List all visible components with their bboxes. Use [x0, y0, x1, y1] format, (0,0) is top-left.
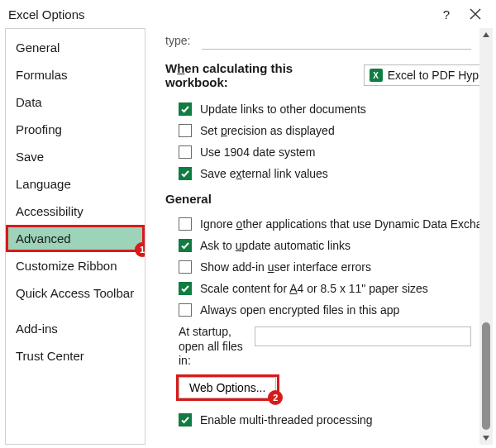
- sidebar-item-add-ins[interactable]: Add-ins: [6, 315, 145, 342]
- checkbox-ignore-other-applications-that-use-dynam[interactable]: [179, 217, 192, 231]
- checkbox-label: Enable multi-threaded processing: [200, 413, 373, 427]
- checkbox-label: Update links to other documents: [200, 102, 366, 116]
- checkbox-label: Ask to update automatic links: [200, 239, 351, 252]
- sidebar-item-trust-center[interactable]: Trust Center: [6, 342, 145, 369]
- checkbox-ask-to-update-automatic-links[interactable]: [179, 239, 192, 252]
- sidebar-item-quick-access-toolbar[interactable]: Quick Access Toolbar: [6, 279, 145, 307]
- svg-marker-2: [483, 32, 489, 37]
- help-button[interactable]: ?: [432, 7, 461, 21]
- checkbox-label: Save external link values: [200, 167, 328, 180]
- workbook-selector[interactable]: X Excel to PDF Hype: [364, 64, 488, 86]
- sidebar-item-data[interactable]: Data: [6, 88, 145, 116]
- calc-workbook-heading: When calculating this workbook:: [165, 61, 354, 89]
- sidebar-item-language[interactable]: Language: [6, 170, 145, 198]
- checkbox-always-open-encrypted-files-in-this-app[interactable]: [179, 303, 192, 317]
- checkbox-show-add-in-user-interface-errors[interactable]: [179, 260, 192, 274]
- type-label: type:: [165, 34, 190, 47]
- checkbox-label: Show add-in user interface errors: [200, 260, 371, 274]
- checkbox-label: Always open encrypted files in this app: [200, 303, 399, 317]
- checkbox-use-1904-date-system[interactable]: [179, 145, 192, 159]
- sidebar-item-advanced[interactable]: Advanced1: [6, 225, 145, 252]
- checkbox-label: Ignore other applications that use Dynam…: [200, 217, 483, 231]
- checkbox-enable-multithreaded[interactable]: [179, 413, 192, 427]
- web-options-button[interactable]: Web Options...: [179, 377, 276, 398]
- content-pane: type: When calculating this workbook: X …: [145, 28, 493, 445]
- checkbox-update-links-to-other-documents[interactable]: [179, 102, 192, 116]
- sidebar-item-save[interactable]: Save: [6, 143, 145, 170]
- svg-marker-3: [483, 436, 489, 441]
- checkbox-label: Set precision as displayed: [200, 124, 335, 137]
- sidebar-item-customize-ribbon[interactable]: Customize Ribbon: [6, 252, 145, 279]
- title-bar: Excel Options ?: [0, 0, 496, 28]
- sidebar-item-general[interactable]: General: [6, 34, 145, 61]
- scroll-down-arrow[interactable]: [479, 431, 493, 445]
- sidebar-nav: GeneralFormulasDataProofingSaveLanguageA…: [5, 28, 145, 445]
- sidebar-item-accessibility[interactable]: Accessibility: [6, 198, 145, 225]
- scroll-up-arrow[interactable]: [479, 28, 493, 41]
- checkbox-label: Use 1904 date system: [200, 145, 315, 159]
- checkbox-save-external-link-values[interactable]: [179, 167, 192, 180]
- type-field[interactable]: [202, 31, 471, 50]
- checkbox-set-precision-as-displayed[interactable]: [179, 124, 192, 137]
- window-title: Excel Options: [8, 7, 85, 21]
- close-icon: [470, 8, 481, 20]
- excel-file-icon: X: [370, 69, 383, 82]
- callout-badge-2: 2: [268, 390, 283, 405]
- checkbox-label: Scale content for A4 or 8.5 x 11" paper …: [200, 282, 428, 295]
- startup-files-input[interactable]: [255, 326, 471, 346]
- scroll-thumb[interactable]: [482, 322, 490, 430]
- sidebar-item-proofing[interactable]: Proofing: [6, 116, 145, 143]
- checkbox-scale-content-for-a4-or-8-5-x-11-paper-s[interactable]: [179, 282, 192, 295]
- startup-files-label: At startup, open all files in:: [179, 325, 255, 369]
- sidebar-item-formulas[interactable]: Formulas: [6, 61, 145, 88]
- vertical-scrollbar[interactable]: [479, 28, 493, 445]
- sidebar-separator: [6, 307, 145, 315]
- close-button[interactable]: [461, 8, 489, 20]
- workbook-name: Excel to PDF Hype: [388, 69, 485, 82]
- general-heading: General: [165, 192, 488, 206]
- callout-badge-1: 1: [135, 242, 145, 257]
